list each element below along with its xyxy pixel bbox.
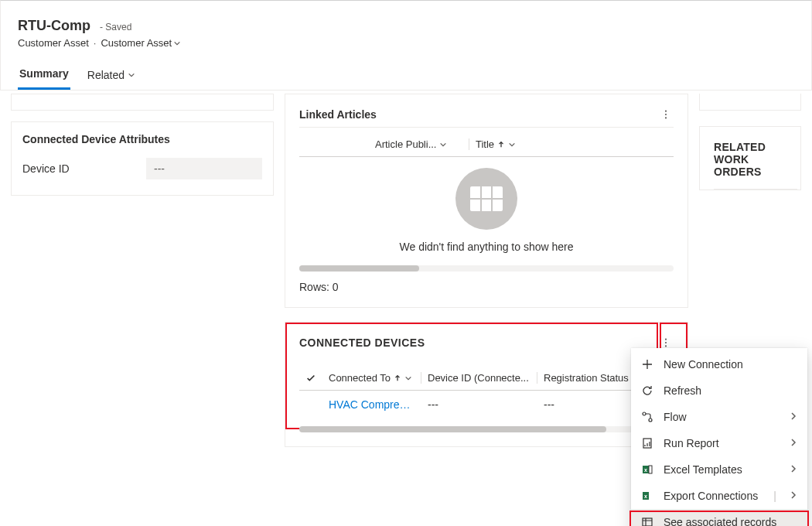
form-name: Customer Asset xyxy=(101,37,172,49)
excel-icon: x xyxy=(640,463,654,476)
row-count: Rows: 0 xyxy=(299,281,674,293)
table-row[interactable]: HVAC Compressor. --- --- xyxy=(299,391,674,418)
form-selector[interactable]: Customer Asset xyxy=(101,37,181,49)
refresh-icon xyxy=(640,384,654,398)
record-header: RTU-Comp - Saved Customer Asset · Custom… xyxy=(0,0,812,91)
column-header-article[interactable]: Article Publi... xyxy=(369,138,469,150)
svg-point-1 xyxy=(665,114,667,115)
save-status: - Saved xyxy=(100,22,131,32)
chevron-right-icon xyxy=(789,463,798,476)
svg-point-10 xyxy=(643,412,646,415)
scrollbar-thumb[interactable] xyxy=(299,265,419,272)
checkmark-icon xyxy=(305,373,316,384)
column-header-connected-to[interactable]: Connected To xyxy=(322,372,421,384)
svg-text:x: x xyxy=(644,494,647,499)
select-all-checkbox[interactable] xyxy=(299,372,322,384)
svg-point-9 xyxy=(665,345,667,347)
svg-rect-15 xyxy=(649,466,652,473)
connected-devices-section: CONNECTED DEVICES Connected To Device ID… xyxy=(285,322,688,447)
chevron-right-icon xyxy=(789,411,798,423)
svg-point-8 xyxy=(665,342,667,343)
svg-rect-18 xyxy=(643,518,652,526)
report-icon xyxy=(640,436,654,450)
svg-point-2 xyxy=(665,117,667,118)
chevron-down-icon xyxy=(508,141,516,149)
entity-label: Customer Asset xyxy=(18,37,89,49)
device-id-label: Device ID xyxy=(22,162,146,175)
chevron-down-icon xyxy=(128,71,135,79)
section-title: RELATED WORK ORDERS xyxy=(700,127,800,189)
device-id-field[interactable]: --- xyxy=(146,158,262,179)
chevron-right-icon xyxy=(789,437,798,449)
menu-item-run-report[interactable]: Run Report xyxy=(631,430,807,456)
device-id-cell: --- xyxy=(421,398,537,411)
section-title: Linked Articles xyxy=(299,108,377,121)
context-menu: New Connection Refresh Flow Run Report x… xyxy=(631,348,807,526)
sort-asc-icon xyxy=(394,374,401,382)
separator-dot: · xyxy=(94,37,97,49)
menu-item-flow[interactable]: Flow xyxy=(631,404,807,430)
related-work-orders-card: RELATED WORK ORDERS xyxy=(699,126,801,190)
empty-state-text: We didn't find anything to show here xyxy=(400,241,574,253)
flow-icon xyxy=(640,410,654,424)
connected-to-link[interactable]: HVAC Compressor. xyxy=(322,398,421,411)
sort-asc-icon xyxy=(497,141,505,149)
right-card-stub xyxy=(699,94,801,111)
column-header-device-id[interactable]: Device ID (Connecte... xyxy=(421,372,537,384)
section-title: CONNECTED DEVICES xyxy=(299,336,425,349)
menu-item-new-connection[interactable]: New Connection xyxy=(631,351,807,377)
left-card-stub xyxy=(11,94,274,111)
svg-point-11 xyxy=(649,418,652,422)
tab-related-label: Related xyxy=(87,69,125,81)
menu-item-see-associated-records[interactable]: See associated records xyxy=(631,509,807,526)
horizontal-scrollbar[interactable] xyxy=(299,426,674,432)
chevron-down-icon xyxy=(404,374,412,382)
svg-point-7 xyxy=(665,339,667,340)
plus-icon xyxy=(640,357,654,371)
connected-device-attributes-card: Connected Device Attributes Device ID --… xyxy=(11,121,274,196)
column-header-title[interactable]: Title xyxy=(469,138,547,150)
tab-bar: Summary Related xyxy=(18,63,794,90)
menu-separator-bar: | xyxy=(773,490,776,502)
scrollbar-thumb[interactable] xyxy=(299,426,606,432)
menu-item-excel-templates[interactable]: x Excel Templates xyxy=(631,456,807,483)
empty-grid-icon xyxy=(455,168,517,230)
excel-export-icon: x xyxy=(640,489,654,503)
chevron-down-icon xyxy=(439,141,447,149)
tab-related[interactable]: Related xyxy=(86,63,137,90)
chevron-right-icon xyxy=(789,490,798,502)
horizontal-scrollbar[interactable] xyxy=(299,265,674,272)
linked-articles-section: Linked Articles Article Publi... Title xyxy=(285,94,688,308)
section-title: Connected Device Attributes xyxy=(12,122,273,153)
record-title: RTU-Comp xyxy=(18,18,90,34)
vertical-dots-icon xyxy=(660,337,671,348)
menu-item-export-connections[interactable]: x Export Connections | xyxy=(631,483,807,509)
svg-text:x: x xyxy=(644,467,647,473)
chevron-down-icon xyxy=(173,39,181,47)
more-actions-button[interactable] xyxy=(658,107,674,122)
records-icon xyxy=(640,515,654,526)
svg-point-0 xyxy=(665,111,667,112)
tab-summary[interactable]: Summary xyxy=(18,63,70,90)
vertical-dots-icon xyxy=(660,109,671,120)
menu-item-refresh[interactable]: Refresh xyxy=(631,377,807,404)
